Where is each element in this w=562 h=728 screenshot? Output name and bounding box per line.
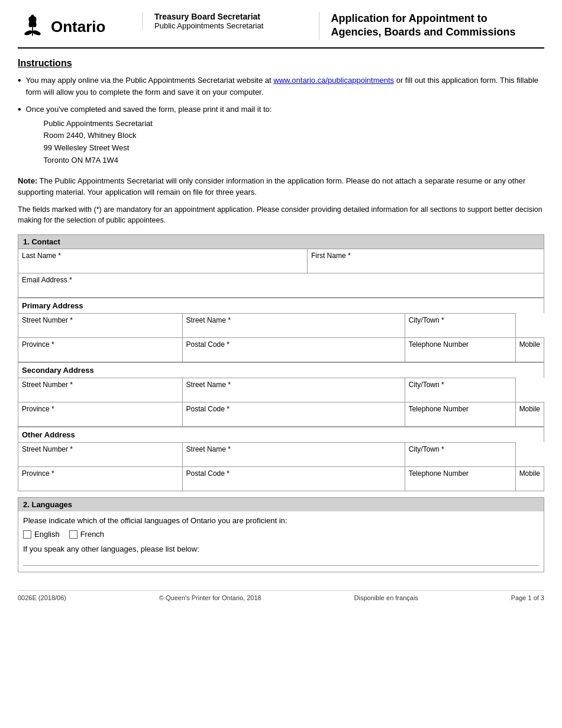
secondary-province-label: Province * — [22, 405, 179, 413]
org-name: Treasury Board Secretariat — [154, 12, 307, 21]
mandatory-note: The fields marked with (*) are mandatory… — [18, 204, 544, 227]
copyright: © Queen's Printer for Ontario, 2018 — [159, 594, 261, 601]
ontario-logo-icon — [18, 12, 47, 41]
languages-section: Please indicate which of the official la… — [18, 511, 544, 572]
french-checkbox-item[interactable]: French — [69, 530, 104, 539]
other-address-header: Other Address — [18, 427, 544, 442]
email-label: Email Address * — [22, 276, 540, 284]
other-mobile-cell: Mobile — [515, 467, 544, 491]
secondary-city-label: City/Town * — [409, 381, 512, 389]
other-province-label: Province * — [22, 469, 179, 478]
languages-description: Please indicate which of the official la… — [23, 516, 539, 525]
english-checkbox-item[interactable]: English — [23, 530, 60, 539]
other-postal-label: Postal Code * — [186, 469, 401, 478]
contact-table: Last Name * First Name * Email Address * — [18, 249, 544, 298]
primary-postal-label: Postal Code * — [186, 340, 401, 349]
name-row: Last Name * First Name * — [18, 249, 544, 273]
page-footer: 0026E (2018/06) © Queen's Printer for On… — [18, 590, 544, 601]
primary-mobile-cell: Mobile — [515, 338, 544, 362]
last-name-cell: Last Name * — [18, 249, 308, 273]
primary-street-name-cell: Street Name * — [182, 314, 405, 338]
note-block: Note: The Public Appointments Secretaria… — [18, 175, 544, 198]
note-label: Note: — [18, 176, 37, 185]
primary-telephone-cell: Telephone Number — [405, 338, 515, 362]
secondary-city-cell: City/Town * — [405, 378, 515, 402]
primary-mobile-label: Mobile — [519, 340, 540, 349]
logo-text: Ontario — [51, 18, 105, 36]
primary-city-cell: City/Town * — [405, 314, 515, 338]
primary-postal-cell: Postal Code * — [182, 338, 405, 362]
header-middle: Treasury Board Secretariat Public Appoin… — [142, 12, 307, 30]
primary-address-table: Street Number * Street Name * City/Town … — [18, 313, 544, 362]
email-row: Email Address * — [18, 273, 544, 298]
bullet-list: You may apply online via the Public Appo… — [18, 75, 544, 169]
primary-address-header: Primary Address — [18, 298, 544, 313]
header-title: Application for Appointment to Agencies,… — [319, 12, 545, 40]
english-checkbox[interactable] — [23, 530, 31, 539]
other-street-name-cell: Street Name * — [182, 443, 405, 467]
svg-point-2 — [30, 15, 35, 25]
secondary-telephone-cell: Telephone Number — [405, 402, 515, 427]
primary-street-number-cell: Street Number * — [18, 314, 183, 338]
bullet-item-2: Once you've completed and saved the form… — [18, 104, 544, 169]
other-city-cell: City/Town * — [405, 443, 515, 467]
other-street-row: Street Number * Street Name * City/Town … — [18, 443, 544, 467]
secondary-mobile-cell: Mobile — [515, 402, 544, 427]
other-street-number-cell: Street Number * — [18, 443, 183, 467]
page-header: Ontario Treasury Board Secretariat Publi… — [18, 12, 544, 49]
french-checkbox[interactable] — [69, 530, 77, 539]
note-text: The Public Appointments Secretariat will… — [18, 176, 525, 197]
mailing-address: Public Appointments Secretariat Room 244… — [44, 118, 544, 167]
email-cell: Email Address * — [18, 273, 544, 298]
section2-header: 2. Languages — [18, 497, 544, 511]
other-province-cell: Province * — [18, 467, 183, 491]
secondary-telephone-label: Telephone Number — [409, 405, 512, 413]
secondary-province-row: Province * Postal Code * Telephone Numbe… — [18, 402, 544, 427]
org-sub: Public Appointments Secretariat — [154, 21, 307, 30]
other-telephone-label: Telephone Number — [409, 469, 512, 478]
instructions-section: Instructions You may apply online via th… — [18, 58, 544, 226]
form-number: 0026E (2018/06) — [18, 594, 66, 601]
secondary-postal-label: Postal Code * — [186, 405, 401, 413]
secondary-province-cell: Province * — [18, 402, 183, 427]
secondary-street-row: Street Number * Street Name * City/Town … — [18, 378, 544, 402]
bullet2-text: Once you've completed and saved the form… — [26, 104, 544, 169]
secondary-street-name-label: Street Name * — [186, 381, 401, 389]
bullet1-text: You may apply online via the Public Appo… — [26, 75, 544, 98]
other-street-name-label: Street Name * — [186, 445, 401, 453]
first-name-label: First Name * — [311, 252, 540, 260]
secondary-street-name-cell: Street Name * — [182, 378, 405, 402]
secondary-address-table: Street Number * Street Name * City/Town … — [18, 378, 544, 427]
other-telephone-cell: Telephone Number — [405, 467, 515, 491]
primary-telephone-label: Telephone Number — [409, 340, 512, 349]
secondary-mobile-label: Mobile — [519, 405, 540, 413]
svg-point-4 — [24, 30, 33, 36]
primary-street-row: Street Number * Street Name * City/Town … — [18, 314, 544, 338]
instructions-heading: Instructions — [18, 58, 544, 69]
other-street-number-label: Street Number * — [22, 445, 179, 453]
other-mobile-label: Mobile — [519, 469, 540, 478]
primary-province-cell: Province * — [18, 338, 183, 362]
other-city-label: City/Town * — [409, 445, 512, 453]
logo-area: Ontario — [18, 12, 136, 41]
english-label: English — [34, 530, 60, 539]
other-address-table: Street Number * Street Name * City/Town … — [18, 442, 544, 491]
secondary-street-number-label: Street Number * — [22, 381, 179, 389]
french-available: Disponible en français — [354, 594, 418, 601]
french-label: French — [80, 530, 104, 539]
primary-province-label: Province * — [22, 340, 179, 349]
other-postal-cell: Postal Code * — [182, 467, 405, 491]
first-name-cell: First Name * — [307, 249, 544, 273]
primary-city-label: City/Town * — [409, 316, 512, 324]
section1-header: 1. Contact — [18, 234, 544, 249]
public-appointments-link[interactable]: www.ontario.ca/publicappointments — [273, 76, 394, 85]
other-lang-prompt: If you speak any other languages, please… — [23, 545, 539, 553]
secondary-street-number-cell: Street Number * — [18, 378, 183, 402]
language-checkboxes: English French — [23, 530, 539, 539]
ontario-logo: Ontario — [18, 12, 105, 41]
svg-point-5 — [31, 30, 41, 36]
bullet-item-1: You may apply online via the Public Appo… — [18, 75, 544, 98]
last-name-label: Last Name * — [22, 252, 303, 260]
primary-street-name-label: Street Name * — [186, 316, 401, 324]
secondary-postal-cell: Postal Code * — [182, 402, 405, 427]
